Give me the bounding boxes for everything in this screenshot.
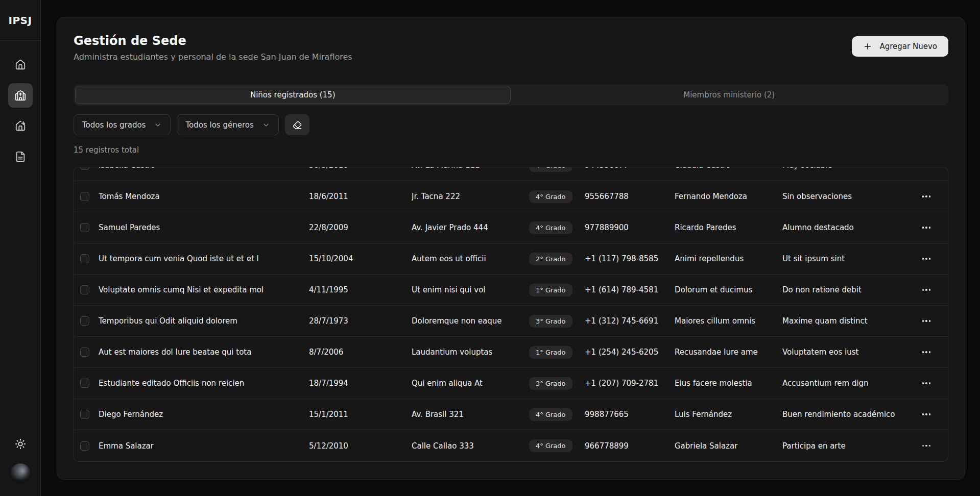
- table-row: Estudiante editado Officiis non reicien …: [74, 368, 948, 399]
- cell-address: Doloremque non eaque: [412, 316, 529, 326]
- sidebar-item-add-sede[interactable]: [8, 114, 33, 138]
- cell-phone: 944556677: [585, 167, 675, 170]
- cell-notes: Voluptatem eos iust: [782, 348, 916, 357]
- table-row: Aut est maiores dol Iure beatae qui tota…: [74, 337, 948, 368]
- records-summary: 15 registros total: [74, 145, 948, 155]
- cell-phone: +1 (117) 798-8585: [585, 254, 675, 263]
- tab-ninos-registrados[interactable]: Niños registrados (15): [75, 86, 511, 104]
- row-checkbox[interactable]: [80, 441, 89, 451]
- table-row: Voluptate omnis cumq Nisi et expedita mo…: [74, 275, 948, 306]
- cell-address: Autem eos ut officii: [412, 254, 529, 263]
- avatar[interactable]: [11, 463, 30, 483]
- add-new-button[interactable]: Agregar Nuevo: [852, 36, 948, 57]
- row-checkbox[interactable]: [80, 316, 89, 326]
- sidebar-item-home[interactable]: [8, 53, 33, 77]
- cell-birthdate: 22/8/2009: [309, 223, 412, 232]
- row-checkbox[interactable]: [80, 379, 89, 388]
- home-icon: [15, 59, 26, 70]
- grade-badge: 3° Grado: [529, 377, 572, 390]
- cell-notes: Participa en arte: [782, 441, 916, 451]
- page-subtitle: Administra estudiantes y personal de la …: [74, 52, 352, 62]
- row-actions-button[interactable]: [916, 220, 937, 235]
- grade-filter-select[interactable]: Todos los grados: [74, 114, 171, 135]
- cell-address: Calle Callao 333: [412, 441, 529, 451]
- cell-name: Voluptate omnis cumq Nisi et expedita mo…: [99, 285, 309, 294]
- table-row: Samuel Paredes 22/8/2009 Av. Javier Prad…: [74, 212, 948, 243]
- grade-badge: 4° Grado: [529, 408, 572, 421]
- cell-birthdate: 15/10/2004: [309, 254, 412, 263]
- theme-toggle-button[interactable]: [12, 436, 29, 452]
- cell-guardian: Claudia Castro: [675, 167, 782, 170]
- cell-birthdate: 8/7/2006: [309, 348, 412, 357]
- main-card: Gestión de Sede Administra estudiantes y…: [57, 17, 965, 480]
- cell-phone: 998877665: [585, 410, 675, 419]
- table-body: Isabella Castro 30/3/2010 Av. La Marina …: [74, 167, 948, 461]
- row-actions-button[interactable]: [916, 313, 937, 329]
- records-table: Isabella Castro 30/3/2010 Av. La Marina …: [74, 167, 948, 462]
- cell-notes: Do non ratione debit: [782, 285, 916, 294]
- row-actions-button[interactable]: [916, 189, 937, 204]
- file-text-icon: [15, 151, 26, 162]
- cell-birthdate: 30/3/2010: [309, 167, 412, 170]
- eraser-icon: [293, 120, 302, 130]
- row-actions-button[interactable]: [916, 282, 937, 297]
- gender-filter-value: Todos los géneros: [185, 120, 253, 130]
- cell-notes: Maxime quam distinct: [782, 316, 916, 326]
- cell-name: Estudiante editado Officiis non reicien: [99, 379, 309, 388]
- grade-badge: 3° Grado: [529, 315, 572, 328]
- logo-box: IPSJ: [0, 0, 40, 41]
- cell-address: Ut enim nisi qui vol: [412, 285, 529, 294]
- cell-guardian: Ricardo Paredes: [675, 223, 782, 232]
- cell-phone: +1 (207) 709-2781: [585, 379, 675, 388]
- cell-name: Aut est maiores dol Iure beatae qui tota: [99, 348, 309, 357]
- cell-address: Jr. Tacna 222: [412, 192, 529, 201]
- filters-bar: Todos los grados Todos los géneros: [74, 114, 948, 135]
- cell-birthdate: 4/11/1995: [309, 285, 412, 294]
- row-checkbox[interactable]: [80, 348, 89, 357]
- plus-icon: [863, 42, 872, 51]
- tab-miembros-ministerio[interactable]: Miembros ministerio (2): [512, 86, 947, 104]
- page-title: Gestión de Sede: [74, 33, 352, 49]
- cell-address: Laudantium voluptas: [412, 348, 529, 357]
- row-checkbox[interactable]: [80, 285, 89, 294]
- row-actions-button[interactable]: [916, 344, 937, 360]
- sidebar-item-sede[interactable]: [8, 83, 33, 108]
- cell-notes: Buen rendimiento académico: [782, 410, 916, 419]
- cell-address: Qui enim aliqua At: [412, 379, 529, 388]
- cell-name: Emma Salazar: [99, 441, 309, 451]
- row-checkbox[interactable]: [80, 254, 89, 263]
- table-row: Emma Salazar 5/12/2010 Calle Callao 333 …: [74, 430, 948, 461]
- row-actions-button[interactable]: [916, 438, 937, 454]
- sun-icon: [15, 438, 26, 450]
- sidebar: IPSJ: [0, 0, 41, 496]
- cell-birthdate: 5/12/2010: [309, 441, 412, 451]
- grade-badge: 4° Grado: [529, 221, 572, 234]
- row-actions-button[interactable]: [916, 376, 937, 391]
- cell-guardian: Gabriela Salazar: [675, 441, 782, 451]
- grade-badge: 4° Grado: [529, 167, 572, 172]
- cell-guardian: Recusandae Iure ame: [675, 348, 782, 357]
- cell-name: Diego Fernández: [99, 410, 309, 419]
- sidebar-item-reports[interactable]: [8, 144, 33, 169]
- church-icon: [15, 90, 26, 101]
- row-checkbox[interactable]: [80, 192, 89, 201]
- row-checkbox[interactable]: [80, 167, 89, 170]
- grade-badge: 1° Grado: [529, 346, 572, 359]
- cell-name: Isabella Castro: [99, 167, 309, 170]
- cell-notes: Muy sociable: [782, 167, 916, 170]
- cell-birthdate: 18/6/2011: [309, 192, 412, 201]
- clear-filters-button[interactable]: [285, 114, 309, 135]
- row-actions-button[interactable]: [916, 407, 937, 422]
- cell-phone: 966778899: [585, 441, 675, 451]
- row-checkbox[interactable]: [80, 410, 89, 419]
- chevron-down-icon: [154, 121, 162, 129]
- cell-birthdate: 18/7/1994: [309, 379, 412, 388]
- row-actions-button[interactable]: [916, 251, 937, 266]
- row-checkbox[interactable]: [80, 223, 89, 232]
- gender-filter-select[interactable]: Todos los géneros: [177, 114, 278, 135]
- cell-phone: +1 (254) 245-6205: [585, 348, 675, 357]
- cell-notes: Accusantium rem dign: [782, 379, 916, 388]
- table-row: Isabella Castro 30/3/2010 Av. La Marina …: [74, 167, 948, 181]
- row-actions-button[interactable]: [916, 167, 937, 173]
- card-header: Gestión de Sede Administra estudiantes y…: [74, 33, 948, 62]
